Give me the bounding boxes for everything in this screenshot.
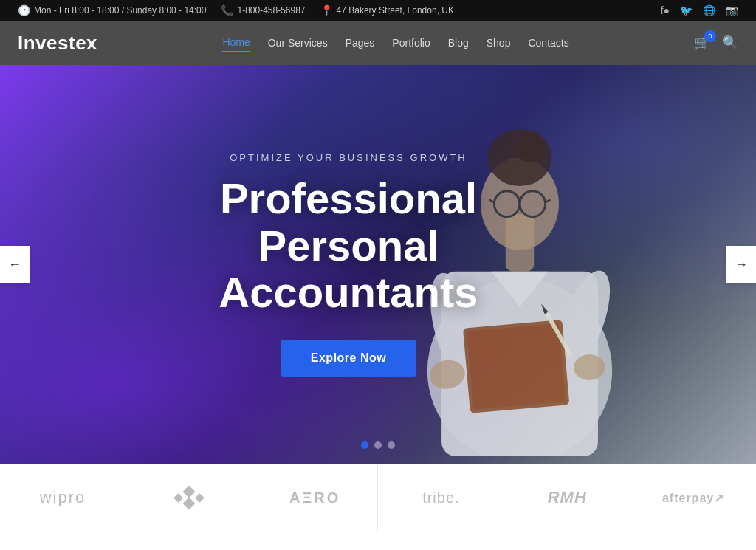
afterpay-logo: afterpay↗: [662, 491, 724, 505]
tribe-logo: tribe.: [422, 489, 459, 506]
top-bar-social: f● 🐦 🌐 📷: [661, 4, 738, 16]
slider-next-button[interactable]: →: [726, 246, 756, 283]
twitter-icon[interactable]: 🐦: [680, 4, 693, 16]
facebook-icon[interactable]: f●: [661, 4, 670, 16]
partner-afterpay: afterpay↗: [630, 464, 756, 531]
partner-aero: AΞRO: [252, 464, 379, 531]
hero-content: Optimize Your Business Growth Profession…: [127, 152, 570, 377]
nav-home[interactable]: Home: [222, 33, 250, 52]
slider-prev-button[interactable]: ←: [0, 246, 30, 283]
nav-shop[interactable]: Shop: [487, 34, 511, 52]
diamond-3: [182, 498, 195, 510]
diamonds-logo: [175, 487, 203, 508]
slider-dot-3[interactable]: [388, 441, 395, 449]
nav-contacts[interactable]: Contacts: [528, 34, 568, 52]
hours-text: Mon - Fri 8:00 - 18:00 / Sunday 8:00 - 1…: [34, 5, 206, 16]
phone-icon: 📞: [221, 4, 233, 16]
instagram-icon[interactable]: 📷: [726, 4, 738, 16]
slider-dots: [361, 441, 395, 449]
logo: Investex: [18, 32, 97, 55]
partner-rmh: RMH: [504, 464, 630, 531]
main-nav: Home Our Services Pages Portfolio Blog S…: [222, 33, 568, 52]
address-text: 47 Bakery Street, London, UK: [337, 5, 454, 16]
diamond-2: [182, 486, 195, 498]
header: Investex Home Our Services Pages Portfol…: [0, 21, 756, 65]
globe-icon[interactable]: 🌐: [703, 4, 715, 16]
clock-icon: 🕐: [18, 4, 30, 16]
slider-dot-1[interactable]: [361, 441, 368, 449]
diamond-1: [173, 493, 183, 503]
aero-logo: AΞRO: [289, 489, 340, 506]
rmh-logo: RMH: [548, 488, 587, 507]
top-bar: 🕐 Mon - Fri 8:00 - 18:00 / Sunday 8:00 -…: [0, 0, 756, 21]
header-actions: 🛒 0 🔍: [694, 35, 738, 51]
hero-title: Professional Personal Accountants: [127, 175, 570, 316]
nav-blog[interactable]: Blog: [448, 34, 469, 52]
diamonds-col: [185, 487, 193, 508]
partners-section: wipro AΞRO tribe. RMH afterpay↗: [0, 464, 756, 531]
cart-button[interactable]: 🛒 0: [694, 35, 710, 51]
hero-section: Optimize Your Business Growth Profession…: [0, 65, 756, 464]
nav-portfolio[interactable]: Portfolio: [392, 34, 430, 52]
phone-text: 1-800-458-56987: [237, 5, 305, 16]
hero-subtitle: Optimize Your Business Growth: [127, 152, 570, 163]
explore-button[interactable]: Explore Now: [281, 340, 416, 377]
top-bar-phone: 📞 1-800-458-56987: [221, 4, 305, 16]
top-bar-hours: 🕐 Mon - Fri 8:00 - 18:00 / Sunday 8:00 -…: [18, 4, 206, 16]
nav-our-services[interactable]: Our Services: [268, 34, 328, 52]
cart-badge: 0: [704, 30, 716, 42]
partner-tribe: tribe.: [378, 464, 504, 531]
wipro-logo: wipro: [40, 488, 86, 507]
diamond-4: [195, 493, 205, 503]
nav-pages[interactable]: Pages: [346, 34, 375, 52]
partner-wipro: wipro: [0, 464, 126, 531]
partner-diamonds: [126, 464, 252, 531]
slider-dot-2[interactable]: [374, 441, 382, 449]
top-bar-left: 🕐 Mon - Fri 8:00 - 18:00 / Sunday 8:00 -…: [18, 4, 454, 16]
svg-point-14: [574, 354, 605, 380]
location-icon: 📍: [320, 4, 333, 16]
search-button[interactable]: 🔍: [722, 35, 738, 51]
top-bar-address: 📍 47 Bakery Street, London, UK: [320, 4, 454, 16]
